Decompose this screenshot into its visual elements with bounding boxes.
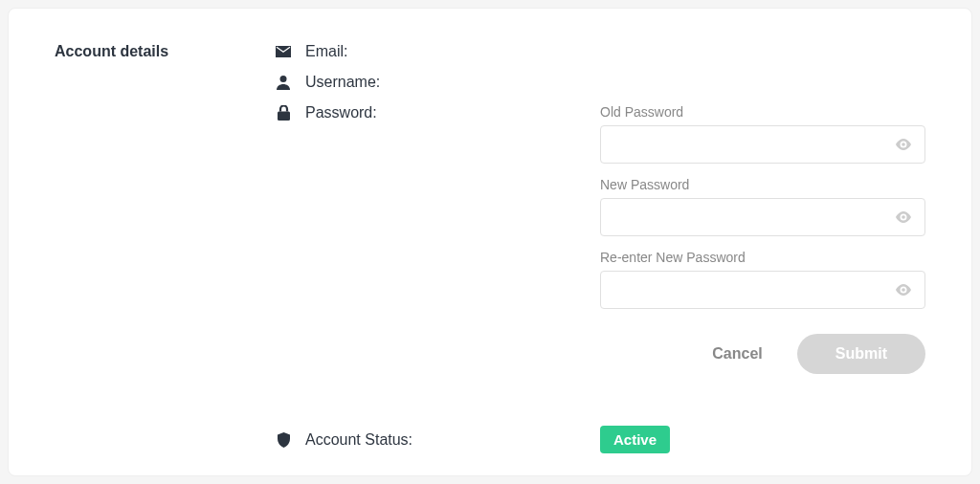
password-label: Password:	[305, 104, 377, 121]
old-password-group: Old Password	[600, 104, 925, 164]
email-row: Email:	[275, 43, 925, 60]
svg-point-4	[902, 215, 905, 219]
svg-point-3	[902, 143, 905, 146]
eye-icon	[895, 211, 912, 223]
reenter-password-label: Re-enter New Password	[600, 250, 925, 265]
section-title-container: Account details	[55, 43, 236, 453]
eye-icon	[895, 139, 912, 150]
svg-point-1	[280, 76, 287, 82]
old-password-label: Old Password	[600, 104, 925, 120]
account-status-label: Account Status:	[305, 431, 412, 449]
submit-button[interactable]: Submit	[797, 334, 925, 374]
account-details-card: Account details Email: Username:	[8, 8, 972, 476]
cancel-button[interactable]: Cancel	[695, 336, 779, 372]
username-label: Username:	[305, 74, 380, 91]
section-title: Account details	[55, 43, 236, 60]
new-password-input[interactable]	[600, 198, 925, 236]
reenter-password-group: Re-enter New Password	[600, 250, 925, 309]
password-actions: Cancel Submit	[600, 334, 925, 374]
old-password-input[interactable]	[600, 125, 925, 164]
user-icon	[275, 75, 292, 90]
toggle-old-password-visibility[interactable]	[891, 135, 916, 154]
toggle-reenter-password-visibility[interactable]	[891, 280, 916, 299]
email-icon	[275, 46, 292, 57]
new-password-label: New Password	[600, 177, 925, 192]
eye-icon	[895, 284, 912, 296]
reenter-password-input[interactable]	[600, 271, 925, 309]
account-status-row: Account Status: Active	[275, 426, 925, 453]
password-row: Password: Old Password New Password	[275, 104, 925, 374]
email-label: Email:	[305, 43, 347, 60]
lock-icon	[275, 105, 292, 121]
shield-icon	[275, 432, 292, 448]
toggle-new-password-visibility[interactable]	[891, 208, 916, 227]
svg-rect-2	[278, 112, 290, 121]
username-row: Username:	[275, 74, 925, 91]
svg-point-5	[902, 288, 905, 292]
new-password-group: New Password	[600, 177, 925, 236]
status-badge: Active	[600, 426, 670, 453]
